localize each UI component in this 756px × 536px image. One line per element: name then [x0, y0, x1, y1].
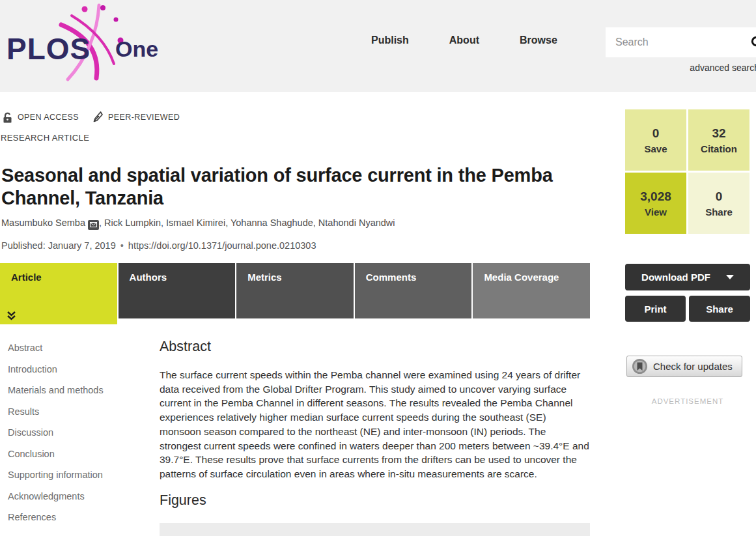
citation-label: Citation: [701, 143, 737, 154]
sidebar-item-materials[interactable]: Materials and methods: [8, 380, 104, 401]
abstract-text: The surface current speeds within the Pe…: [160, 368, 590, 481]
download-pdf-button[interactable]: Download PDF: [625, 264, 750, 290]
download-pdf-label: Download PDF: [641, 272, 710, 283]
figures-carousel[interactable]: [160, 523, 590, 536]
double-chevron-down-icon[interactable]: [7, 311, 16, 320]
sidebar-item-results[interactable]: Results: [8, 401, 104, 423]
sidebar-item-introduction[interactable]: Introduction: [8, 359, 104, 380]
tab-comments[interactable]: Comments: [355, 263, 472, 318]
search-button[interactable]: [750, 27, 756, 57]
figures-heading: Figures: [160, 492, 206, 509]
plos-article-page: PLOS One Publish About Browse advanced s…: [0, 0, 756, 536]
separator-dot: •: [120, 240, 124, 251]
tab-media-coverage-label: Media Coverage: [484, 272, 559, 283]
sidebar-item-supporting[interactable]: Supporting information: [8, 464, 104, 486]
email-corresponding-icon[interactable]: [88, 220, 99, 230]
metric-view[interactable]: 3,028 View: [625, 173, 686, 234]
save-label: Save: [644, 143, 667, 154]
metric-save[interactable]: 0 Save: [625, 109, 686, 171]
citation-count: 32: [712, 126, 725, 141]
check-for-updates-button[interactable]: Check for updates: [626, 356, 742, 377]
sidebar-item-references[interactable]: References: [8, 507, 104, 528]
tab-authors[interactable]: Authors: [119, 263, 236, 318]
tab-comments-label: Comments: [366, 272, 417, 283]
article-title: Seasonal and spatial variation of surfac…: [1, 164, 561, 210]
plos-one-logo[interactable]: PLOS One: [7, 3, 176, 84]
check-for-updates-label: Check for updates: [653, 361, 733, 372]
site-header: PLOS One Publish About Browse advanced s…: [0, 0, 756, 92]
nav-publish[interactable]: Publish: [371, 35, 409, 46]
pen-nib-icon: [92, 111, 103, 123]
open-access-badge: OPEN ACCESS: [3, 112, 79, 123]
print-button[interactable]: Print: [625, 296, 686, 322]
metric-citation[interactable]: 32 Citation: [688, 109, 749, 171]
caret-down-icon: [726, 275, 734, 279]
sidebar-item-abstract[interactable]: Abstract: [8, 337, 104, 359]
metric-share[interactable]: 0 Share: [688, 173, 749, 234]
published-date: Published: January 7, 2019: [1, 240, 116, 251]
crossmark-icon: [632, 358, 648, 374]
article-badges: OPEN ACCESS PEER-REVIEWED: [3, 111, 188, 123]
share-button[interactable]: Share: [689, 296, 750, 322]
nav-about[interactable]: About: [449, 35, 479, 46]
tab-authors-label: Authors: [130, 272, 167, 283]
search-box: [606, 27, 756, 57]
share-count: 0: [716, 190, 723, 204]
nav-browse[interactable]: Browse: [520, 35, 557, 46]
sidebar-item-conclusion[interactable]: Conclusion: [8, 444, 104, 465]
author-list: Masumbuko Semba, Rick Lumpkin, Ismael Ki…: [1, 218, 395, 230]
section-nav: Abstract Introduction Materials and meth…: [8, 337, 104, 528]
save-count: 0: [652, 126, 660, 141]
view-count: 3,028: [640, 190, 671, 204]
author-corresponding[interactable]: Masumbuko Semba: [1, 218, 85, 228]
advanced-search-link[interactable]: advanced search: [690, 63, 756, 73]
peer-reviewed-badge: PEER-REVIEWED: [92, 111, 180, 123]
tab-media-coverage[interactable]: Media Coverage: [473, 263, 590, 318]
share-label: Share: [705, 206, 733, 218]
main-nav: Publish About Browse: [371, 35, 557, 46]
tab-article-label: Article: [11, 272, 42, 283]
sidebar-item-acknowledgments[interactable]: Acknowledgments: [8, 486, 104, 507]
tab-metrics-label: Metrics: [247, 272, 282, 283]
advertisement-label: ADVERTISEMENT: [625, 397, 750, 405]
article-type-label: RESEARCH ARTICLE: [1, 133, 89, 143]
search-icon: [750, 35, 756, 49]
article-tabs: Article Authors Metrics Comments Media C…: [0, 263, 590, 324]
published-line: Published: January 7, 2019•https://doi.o…: [1, 240, 316, 251]
sidebar-item-discussion[interactable]: Discussion: [8, 422, 104, 444]
tab-metrics[interactable]: Metrics: [236, 263, 354, 318]
peer-reviewed-label: PEER-REVIEWED: [108, 113, 180, 122]
search-input[interactable]: [606, 36, 750, 48]
doi-link[interactable]: https://doi.org/10.1371/journal.pone.021…: [128, 240, 316, 251]
metrics-grid: 0 Save 32 Citation 3,028 View 0 Share: [625, 109, 750, 234]
abstract-heading: Abstract: [160, 339, 211, 355]
logo-plos-text: PLOS: [7, 31, 91, 66]
logo-journal-text: One: [115, 36, 158, 62]
view-label: View: [645, 206, 667, 218]
tab-article[interactable]: Article: [0, 263, 117, 324]
author-others[interactable]: , Rick Lumpkin, Ismael Kimirei, Yohanna …: [99, 218, 395, 228]
open-lock-icon: [3, 112, 12, 123]
open-access-label: OPEN ACCESS: [18, 113, 79, 122]
